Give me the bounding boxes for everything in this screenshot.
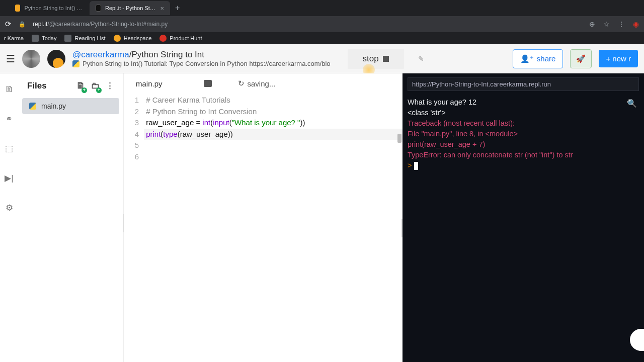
site-icon <box>159 35 167 42</box>
star-icon[interactable]: ☆ <box>603 20 610 28</box>
history-icon: ↻ <box>238 79 245 88</box>
project-subtitle: Python String to Int() Tutorial: Type Co… <box>72 60 331 67</box>
help-fab[interactable] <box>630 329 644 351</box>
scrollbar-thumb[interactable] <box>397 134 401 143</box>
browser-tab-inactive[interactable]: Python String to Int() Tutorial: Ty <box>9 1 90 15</box>
editor-tab[interactable]: main.py <box>131 76 168 91</box>
code-content[interactable]: # Career Karma Tutorials # Python String… <box>144 95 403 162</box>
zoom-icon[interactable]: ⊕ <box>589 20 595 28</box>
extension-icon[interactable]: ◉ <box>633 20 639 28</box>
site-icon <box>114 35 121 42</box>
file-name: main.py <box>41 102 66 110</box>
console-url-bar[interactable]: https://Python-String-to-Int.careerkarma… <box>408 77 639 91</box>
share-button[interactable]: 👤⁺ share <box>513 49 564 68</box>
address-bar[interactable]: repl.it/@careerkarma/Python-String-to-In… <box>33 21 582 28</box>
share-icon: 👤⁺ <box>520 54 534 63</box>
close-icon[interactable]: × <box>160 5 164 12</box>
favicon-icon <box>96 5 101 12</box>
username-link[interactable]: @careerkarma <box>72 50 129 59</box>
replit-logo[interactable] <box>22 50 40 68</box>
new-file-button[interactable]: 🗎+ <box>76 81 85 91</box>
search-icon[interactable]: 🔍 <box>627 99 637 108</box>
favicon-icon <box>15 5 20 12</box>
python-icon <box>29 103 36 110</box>
files-icon[interactable]: 🗎 <box>5 84 14 95</box>
bookmark-item[interactable]: Reading List <box>64 35 105 42</box>
bookmarks-bar: r Karma Today Reading List Headspace Pro… <box>0 32 644 44</box>
avatar[interactable] <box>47 50 65 68</box>
folder-icon <box>64 35 71 42</box>
stop-button[interactable]: stop <box>348 49 404 69</box>
outline-icon[interactable] <box>204 80 212 87</box>
tab-title: Python String to Int() Tutorial: Ty <box>24 5 84 11</box>
tab-title: Repl.it - Python String to Int <box>105 5 156 11</box>
rocket-icon: 🚀 <box>576 54 586 63</box>
bookmark-item[interactable]: Today <box>32 35 56 42</box>
console-output[interactable]: What is your age? 12 <class 'str'> Trace… <box>403 95 644 173</box>
saving-indicator: ↻ saving... <box>238 79 276 88</box>
browser-tab-active[interactable]: Repl.it - Python String to Int × <box>90 1 170 15</box>
files-heading: Files <box>27 81 47 91</box>
new-tab-button[interactable]: + <box>170 4 185 13</box>
menu-icon[interactable]: ⋮ <box>618 20 625 28</box>
version-icon[interactable]: ⚭ <box>6 114 13 124</box>
bookmark-item[interactable]: Product Hunt <box>159 35 202 42</box>
bookmark-item[interactable]: r Karma <box>4 35 24 41</box>
terminal-cursor <box>414 162 418 170</box>
menu-icon[interactable]: ☰ <box>6 53 15 65</box>
file-item-main[interactable]: main.py <box>22 98 119 114</box>
stop-icon <box>383 56 389 62</box>
folder-icon <box>32 35 39 42</box>
more-icon[interactable]: ⋮ <box>106 80 114 91</box>
line-gutter: 1 2 3 4 5 6 <box>124 95 144 162</box>
lock-icon[interactable]: 🔒 <box>19 21 26 28</box>
reload-icon[interactable]: ⟳ <box>5 20 12 29</box>
debug-icon[interactable]: ▶| <box>5 173 13 184</box>
bookmark-item[interactable]: Headspace <box>114 35 152 42</box>
edit-icon[interactable]: ✎ <box>418 55 424 63</box>
new-folder-button[interactable]: 🗀+ <box>91 81 100 91</box>
project-title: @careerkarma/Python String to Int <box>72 50 331 60</box>
new-repl-button[interactable]: + new r <box>599 50 638 67</box>
code-editor[interactable]: 1 2 3 4 5 6 # Career Karma Tutorials # P… <box>124 94 403 162</box>
python-icon <box>72 60 79 67</box>
boost-button[interactable]: 🚀 <box>570 49 592 68</box>
packages-icon[interactable]: ⬚ <box>5 143 13 154</box>
settings-icon[interactable]: ⚙ <box>6 203 13 213</box>
